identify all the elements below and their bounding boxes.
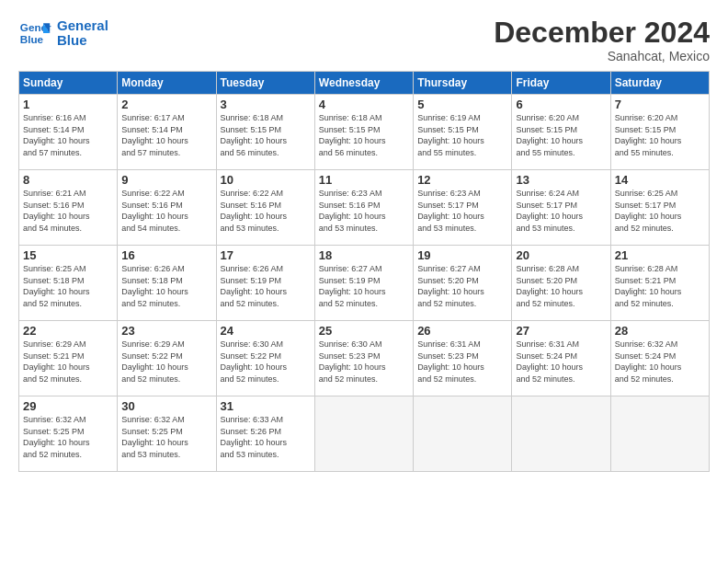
calendar-cell: 15Sunrise: 6:25 AM Sunset: 5:18 PM Dayli… [19,246,118,321]
calendar-cell: 6Sunrise: 6:20 AM Sunset: 5:15 PM Daylig… [512,95,610,170]
header-row: SundayMondayTuesdayWednesdayThursdayFrid… [19,72,710,95]
day-info: Sunrise: 6:23 AM Sunset: 5:17 PM Dayligh… [417,188,507,234]
day-number: 31 [221,399,311,413]
calendar-cell: 2Sunrise: 6:17 AM Sunset: 5:14 PM Daylig… [118,95,216,170]
day-number: 17 [221,248,311,262]
calendar-cell: 16Sunrise: 6:26 AM Sunset: 5:18 PM Dayli… [118,246,216,321]
title-block: December 2024 Sanahcat, Mexico [494,17,710,63]
day-number: 16 [121,248,211,262]
day-number: 18 [319,248,409,262]
day-number: 23 [121,324,211,338]
calendar-cell: 29Sunrise: 6:32 AM Sunset: 5:25 PM Dayli… [19,396,118,472]
calendar-header-monday: Monday [118,72,216,95]
day-info: Sunrise: 6:25 AM Sunset: 5:17 PM Dayligh… [615,188,705,234]
day-number: 20 [516,248,606,262]
calendar-cell: 9Sunrise: 6:22 AM Sunset: 5:16 PM Daylig… [118,170,216,246]
calendar-cell: 31Sunrise: 6:33 AM Sunset: 5:26 PM Dayli… [216,396,314,472]
day-info: Sunrise: 6:24 AM Sunset: 5:17 PM Dayligh… [516,188,606,234]
day-number: 28 [615,324,705,338]
page: General Blue General Blue December 2024 … [0,0,728,563]
day-number: 27 [516,324,606,338]
calendar-cell: 4Sunrise: 6:18 AM Sunset: 5:15 PM Daylig… [314,95,413,170]
day-number: 1 [23,98,113,111]
logo-line1: General [57,17,108,33]
day-info: Sunrise: 6:26 AM Sunset: 5:19 PM Dayligh… [221,263,311,309]
day-info: Sunrise: 6:16 AM Sunset: 5:14 PM Dayligh… [23,112,113,158]
calendar-table: SundayMondayTuesdayWednesdayThursdayFrid… [18,71,710,472]
calendar-cell: 3Sunrise: 6:18 AM Sunset: 5:15 PM Daylig… [216,95,314,170]
calendar-cell [610,396,709,472]
calendar-cell: 21Sunrise: 6:28 AM Sunset: 5:21 PM Dayli… [610,246,709,321]
calendar-cell: 27Sunrise: 6:31 AM Sunset: 5:24 PM Dayli… [512,321,610,396]
day-info: Sunrise: 6:32 AM Sunset: 5:25 PM Dayligh… [23,414,113,460]
day-info: Sunrise: 6:31 AM Sunset: 5:24 PM Dayligh… [516,339,606,385]
calendar-header-thursday: Thursday [414,72,512,95]
calendar-cell: 5Sunrise: 6:19 AM Sunset: 5:15 PM Daylig… [414,95,512,170]
day-number: 3 [221,98,311,111]
calendar-cell: 30Sunrise: 6:32 AM Sunset: 5:25 PM Dayli… [118,396,216,472]
logo-line2: Blue [57,32,87,48]
calendar-cell: 28Sunrise: 6:32 AM Sunset: 5:24 PM Dayli… [610,321,709,396]
calendar-header-sunday: Sunday [19,72,118,95]
calendar-cell: 23Sunrise: 6:29 AM Sunset: 5:22 PM Dayli… [118,321,216,396]
day-number: 9 [121,173,211,187]
day-info: Sunrise: 6:21 AM Sunset: 5:16 PM Dayligh… [23,188,113,234]
day-number: 7 [615,98,705,111]
day-number: 13 [516,173,606,187]
day-number: 14 [615,173,705,187]
month-title: December 2024 [494,17,710,49]
logo: General Blue General Blue [18,17,108,50]
day-info: Sunrise: 6:19 AM Sunset: 5:15 PM Dayligh… [417,112,507,158]
calendar-cell: 17Sunrise: 6:26 AM Sunset: 5:19 PM Dayli… [216,246,314,321]
day-number: 11 [319,173,409,187]
location-subtitle: Sanahcat, Mexico [494,49,710,63]
day-info: Sunrise: 6:28 AM Sunset: 5:21 PM Dayligh… [615,263,705,309]
calendar-cell: 25Sunrise: 6:30 AM Sunset: 5:23 PM Dayli… [314,321,413,396]
calendar-header-friday: Friday [512,72,610,95]
day-info: Sunrise: 6:29 AM Sunset: 5:22 PM Dayligh… [121,339,211,385]
calendar-week-4: 22Sunrise: 6:29 AM Sunset: 5:21 PM Dayli… [19,321,710,396]
calendar-cell: 18Sunrise: 6:27 AM Sunset: 5:19 PM Dayli… [314,246,413,321]
day-number: 2 [121,98,211,111]
day-number: 21 [615,248,705,262]
day-info: Sunrise: 6:22 AM Sunset: 5:16 PM Dayligh… [121,188,211,234]
day-info: Sunrise: 6:17 AM Sunset: 5:14 PM Dayligh… [121,112,211,158]
day-number: 12 [417,173,507,187]
day-info: Sunrise: 6:30 AM Sunset: 5:22 PM Dayligh… [221,339,311,385]
day-info: Sunrise: 6:18 AM Sunset: 5:15 PM Dayligh… [221,112,311,158]
calendar-cell: 10Sunrise: 6:22 AM Sunset: 5:16 PM Dayli… [216,170,314,246]
day-number: 25 [319,324,409,338]
day-number: 30 [121,399,211,413]
day-info: Sunrise: 6:32 AM Sunset: 5:24 PM Dayligh… [615,339,705,385]
day-info: Sunrise: 6:28 AM Sunset: 5:20 PM Dayligh… [516,263,606,309]
calendar-cell: 12Sunrise: 6:23 AM Sunset: 5:17 PM Dayli… [414,170,512,246]
calendar-cell: 22Sunrise: 6:29 AM Sunset: 5:21 PM Dayli… [19,321,118,396]
calendar-week-1: 1Sunrise: 6:16 AM Sunset: 5:14 PM Daylig… [19,95,710,170]
day-number: 6 [516,98,606,111]
calendar-header-tuesday: Tuesday [216,72,314,95]
day-info: Sunrise: 6:20 AM Sunset: 5:15 PM Dayligh… [516,112,606,158]
day-number: 24 [221,324,311,338]
day-number: 15 [23,248,113,262]
day-number: 19 [417,248,507,262]
logo-icon: General Blue [18,17,51,50]
calendar-cell: 20Sunrise: 6:28 AM Sunset: 5:20 PM Dayli… [512,246,610,321]
svg-text:Blue: Blue [20,33,44,45]
calendar-cell: 1Sunrise: 6:16 AM Sunset: 5:14 PM Daylig… [19,95,118,170]
day-info: Sunrise: 6:32 AM Sunset: 5:25 PM Dayligh… [121,414,211,460]
day-number: 22 [23,324,113,338]
day-info: Sunrise: 6:30 AM Sunset: 5:23 PM Dayligh… [319,339,409,385]
calendar-cell: 26Sunrise: 6:31 AM Sunset: 5:23 PM Dayli… [414,321,512,396]
calendar-week-2: 8Sunrise: 6:21 AM Sunset: 5:16 PM Daylig… [19,170,710,246]
day-info: Sunrise: 6:33 AM Sunset: 5:26 PM Dayligh… [221,414,311,460]
calendar-cell: 8Sunrise: 6:21 AM Sunset: 5:16 PM Daylig… [19,170,118,246]
calendar-cell: 13Sunrise: 6:24 AM Sunset: 5:17 PM Dayli… [512,170,610,246]
day-info: Sunrise: 6:26 AM Sunset: 5:18 PM Dayligh… [121,263,211,309]
calendar-cell: 11Sunrise: 6:23 AM Sunset: 5:16 PM Dayli… [314,170,413,246]
calendar-cell: 7Sunrise: 6:20 AM Sunset: 5:15 PM Daylig… [610,95,709,170]
calendar-cell: 24Sunrise: 6:30 AM Sunset: 5:22 PM Dayli… [216,321,314,396]
calendar-cell [314,396,413,472]
day-info: Sunrise: 6:27 AM Sunset: 5:20 PM Dayligh… [417,263,507,309]
calendar-header-saturday: Saturday [610,72,709,95]
day-number: 8 [23,173,113,187]
